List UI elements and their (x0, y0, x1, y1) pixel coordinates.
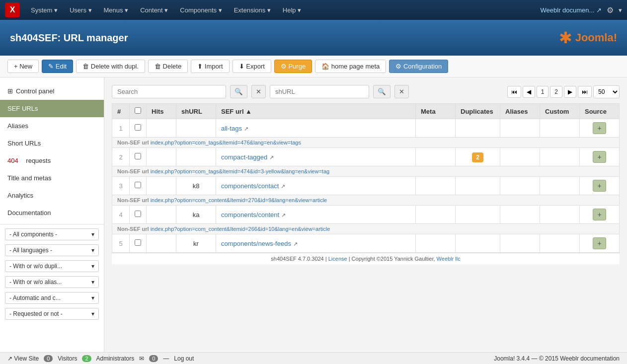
sidebar-divider (0, 224, 104, 224)
row-num: 2 (112, 148, 130, 166)
admins-badge: 2 (82, 355, 91, 362)
row-checkbox-cell (130, 234, 147, 253)
filter-all-languages[interactable]: - All languages -▾ (5, 244, 99, 256)
col-header-check (130, 104, 147, 119)
nav-extensions[interactable]: Extensions ▾ (229, 0, 276, 20)
shurl-clear-button[interactable]: ✕ (394, 85, 409, 98)
sidebar-item-short-urls[interactable]: Short URLs (0, 135, 104, 152)
col-header-sefurl[interactable]: SEF url ▲ (216, 104, 416, 119)
row-hits (147, 234, 176, 253)
header-bar: sh404SEF: URL manager ✱ Joomla! (0, 20, 627, 56)
prev-page-button[interactable]: ◀ (523, 86, 535, 98)
row-checkbox[interactable] (135, 182, 141, 188)
settings-icon[interactable]: ⚙ (607, 5, 614, 15)
page-number-2[interactable]: 2 (550, 86, 562, 98)
row-aliases (500, 148, 540, 166)
sidebar-item-control-panel[interactable]: ⊞ Control panel (0, 82, 104, 100)
sidebar-item-analytics[interactable]: Analytics (0, 187, 104, 204)
site-link[interactable]: Weeblr documen... ↗ (541, 6, 602, 14)
nav-system[interactable]: System ▾ (26, 0, 63, 20)
visitors-badge: 0 (44, 355, 53, 362)
logout-link[interactable]: Log out (174, 355, 194, 362)
sidebar-item-documentation[interactable]: Documentation (0, 204, 104, 221)
license-link[interactable]: License (328, 256, 347, 262)
sidebar-item-aliases[interactable]: Aliases (0, 117, 104, 135)
404-text: 404 (7, 157, 18, 164)
external-link-icon: ↗ (244, 126, 248, 132)
row-checkbox[interactable] (135, 239, 141, 246)
status-bar: ↗ View Site 0 Visitors 2 Administrators … (0, 352, 627, 364)
filter-all-components[interactable]: - All components -▾ (5, 228, 99, 240)
shurl-search-button[interactable]: 🔍 (373, 85, 391, 98)
purge-button[interactable]: ⚙ Purge (274, 60, 312, 73)
col-header-source: Source (580, 104, 620, 119)
weeblr-link[interactable]: Weeblr llc (437, 256, 461, 262)
status-right: Joomla! 3.4.4 — © 2015 Weeblr documentat… (494, 355, 620, 362)
filter-with-wo-alias[interactable]: - With or w/o alias...▾ (5, 276, 99, 288)
row-checkbox[interactable] (135, 124, 141, 131)
nav-help[interactable]: Help ▾ (278, 0, 306, 20)
table-row: 1 all-tags ↗ + (112, 119, 620, 138)
duplicate-badge[interactable]: 2 (472, 152, 483, 162)
row-shurl: kr (176, 234, 216, 253)
delete-with-dupl-button[interactable]: 🗑 Delete with dupl. (76, 60, 145, 73)
per-page-select[interactable]: 50 25 100 (593, 85, 620, 98)
first-page-button[interactable]: ⏮ (507, 86, 521, 98)
sef-url-link[interactable]: all-tags ↗ (221, 125, 248, 132)
row-checkbox-cell (130, 206, 147, 224)
filter-automatic-and-c[interactable]: - Automatic and c...▾ (5, 292, 99, 304)
nav-content[interactable]: Content ▾ (135, 0, 173, 20)
joomla-nav-logo[interactable]: X (5, 2, 20, 17)
configuration-button[interactable]: ⚙ Configuration (389, 60, 448, 73)
add-source-button[interactable]: + (593, 122, 606, 134)
export-button[interactable]: ⬇ Export (233, 60, 271, 73)
home-page-meta-button[interactable]: 🏠 home page meta (315, 60, 386, 73)
add-source-button[interactable]: + (593, 180, 606, 192)
data-table: # Hits shURL SEF url ▲ Meta Duplicates A… (112, 103, 620, 253)
import-button[interactable]: ⬆ Import (191, 60, 229, 73)
filter-with-wo-dupli[interactable]: - With or w/o dupli...▾ (5, 260, 99, 272)
row-checkbox[interactable] (135, 211, 141, 217)
content-area: 🔍 ✕ 🔍 ✕ ⏮ ◀ 1 2 ▶ ⏭ 50 25 100 (104, 77, 627, 352)
shurl-input[interactable] (270, 85, 369, 98)
sef-url-link[interactable]: components/content ↗ (221, 211, 286, 218)
nav-menus[interactable]: Menus ▾ (99, 0, 134, 20)
non-sef-url: index.php?option=com_content&Itemid=266&… (151, 226, 330, 232)
non-sef-url: index.php?option=com_content&Itemid=270&… (151, 197, 327, 203)
home-icon: ⊞ (7, 87, 13, 95)
footer-bar: sh404SEF 4.7.0.3024 | License | Copyrigh… (112, 253, 620, 264)
last-page-button[interactable]: ⏭ (578, 86, 592, 98)
add-source-button[interactable]: + (593, 209, 606, 220)
select-all-checkbox[interactable] (135, 107, 141, 114)
row-checkbox[interactable] (135, 153, 141, 159)
delete-button[interactable]: 🗑 Delete (148, 60, 188, 73)
add-source-button[interactable]: + (593, 237, 606, 249)
next-page-button[interactable]: ▶ (564, 86, 576, 98)
non-sef-url-row: Non-SEF url index.php?option=com_content… (112, 224, 620, 234)
sidebar-item-title-metas[interactable]: Title and metas (0, 169, 104, 187)
main-layout: ⊞ Control panel SEF URLs Aliases Short U… (0, 77, 627, 352)
col-header-shurl: shURL (176, 104, 216, 119)
new-button[interactable]: + New (7, 60, 39, 73)
view-site-link[interactable]: ↗ View Site (7, 355, 39, 362)
row-duplicates (456, 177, 500, 195)
nav-components[interactable]: Components ▾ (175, 0, 227, 20)
admins-label: Administrators (96, 355, 135, 362)
sef-url-link[interactable]: components/news-feeds ↗ (221, 240, 298, 247)
mail-icon: ✉ (139, 355, 144, 362)
page-number-1[interactable]: 1 (537, 86, 549, 98)
row-source: + (580, 206, 620, 224)
search-clear-button[interactable]: ✕ (251, 85, 266, 98)
sidebar-item-sef-urls[interactable]: SEF URLs (0, 100, 104, 117)
sidebar-item-404-requests[interactable]: 404 requests (0, 152, 104, 169)
edit-button[interactable]: ✎ Edit (42, 60, 73, 73)
sef-url-link[interactable]: compact-tagged ↗ (221, 153, 274, 161)
row-meta (416, 177, 456, 195)
nav-users[interactable]: Users ▾ (65, 0, 97, 20)
sef-url-link[interactable]: components/contact ↗ (221, 182, 285, 190)
add-source-button[interactable]: + (593, 151, 606, 163)
search-input[interactable] (112, 85, 226, 98)
search-button[interactable]: 🔍 (230, 85, 247, 98)
filter-requested-or-not[interactable]: - Requested or not -▾ (5, 308, 99, 320)
search-row: 🔍 ✕ 🔍 ✕ ⏮ ◀ 1 2 ▶ ⏭ 50 25 100 (112, 85, 620, 98)
